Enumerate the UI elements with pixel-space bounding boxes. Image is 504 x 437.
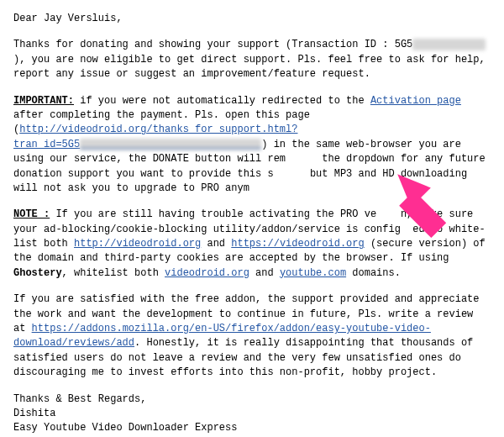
paragraph-note: NOTE : If you are still having trouble a… (13, 208, 491, 281)
signoff-product: Easy Youtube Video Downloader Express (13, 421, 491, 435)
activation-page-link[interactable]: Activation page (370, 95, 461, 107)
important-label: IMPORTANT: (13, 95, 74, 107)
signoff-name: Dishita (13, 407, 491, 421)
text: ), you are now eligible to get direct su… (13, 54, 486, 80)
text: , whitelist both (62, 267, 165, 279)
greeting: Dear Jay Versluis, (13, 12, 491, 26)
https-domain-link[interactable]: https://videodroid.org (231, 238, 364, 250)
text: and (249, 267, 280, 279)
videodroid-link[interactable]: videodroid.org (165, 267, 249, 279)
note-label: NOTE : (13, 208, 50, 220)
http-domain-link[interactable]: http://videodroid.org (74, 238, 201, 250)
text: If you are still having trouble activati… (50, 208, 376, 220)
youtube-link[interactable]: youtube.com (280, 267, 346, 279)
text: domains. (346, 267, 401, 279)
redacted-url-tail: XXXXXXXXXXXXXXXXXXXXXXXXXXXXXX (80, 139, 261, 150)
text: if you were not automatically redirected… (74, 95, 370, 107)
paragraph-important: IMPORTANT: if you were not automatically… (13, 94, 491, 197)
text: Thanks for donating and showing your sup… (13, 39, 412, 50)
ghostery-label: Ghostery (13, 267, 62, 279)
text: and (201, 238, 231, 250)
activation-url-link[interactable]: http://videodroid.org/thanks_for_support… (13, 124, 297, 150)
redacted-transaction-id: XXXXXXXXXXXX (412, 39, 485, 50)
signoff-regards: Thanks & Best Regards, (13, 392, 491, 407)
paragraph-satisfied: If you are satisfied with the free addon… (13, 292, 491, 380)
paragraph-thanks: Thanks for donating and showing your sup… (13, 38, 491, 82)
